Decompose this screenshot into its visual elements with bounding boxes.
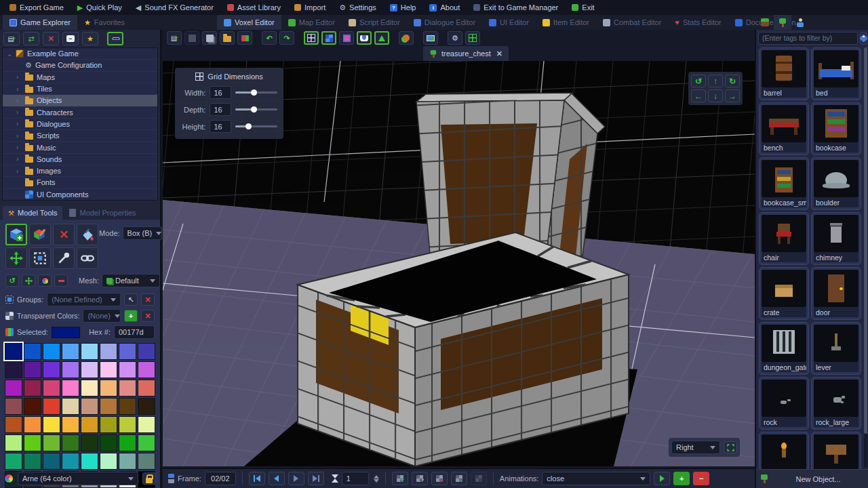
tree-item-ui-components[interactable]: UI Components: [3, 189, 157, 201]
palette-swatch-34[interactable]: [43, 416, 60, 433]
palette-swatch-54[interactable]: [119, 453, 136, 470]
palette-swatch-10[interactable]: [43, 361, 60, 378]
transparent-colors-dropdown[interactable]: (None): [83, 309, 121, 323]
palette-swatch-43[interactable]: [62, 434, 79, 451]
library-item-sconce[interactable]: sconce: [759, 432, 809, 469]
move-frame-button[interactable]: [471, 472, 487, 485]
tree-item-sounds[interactable]: ›Sounds: [3, 154, 157, 165]
delete-resource-button[interactable]: ✕: [43, 32, 59, 45]
palette-swatch-1[interactable]: [24, 343, 41, 360]
rotate-up-button[interactable]: ↑: [708, 75, 723, 87]
paint-tool-button[interactable]: [29, 224, 51, 245]
play-frames-button[interactable]: [288, 472, 304, 485]
tree-item-maps[interactable]: ›Maps: [3, 72, 157, 83]
tab-model-tools[interactable]: ⚒ Model Tools: [3, 206, 62, 220]
library-item-boulder[interactable]: boulder: [811, 157, 861, 210]
palette-swatch-17[interactable]: [24, 380, 41, 396]
select-tool-button[interactable]: [29, 247, 51, 269]
palette-swatch-20[interactable]: [81, 380, 98, 396]
menu-item-exit-to-game-manager[interactable]: Exit to Game Manager: [467, 0, 565, 15]
palette-swatch-26[interactable]: [43, 398, 60, 415]
link-mode-button[interactable]: ⊂⊃: [107, 32, 123, 45]
palette-swatch-55[interactable]: [138, 453, 155, 470]
palette-swatch-7[interactable]: [138, 343, 155, 360]
rotate-cw-button[interactable]: ↻: [725, 75, 740, 87]
menu-item-export-game[interactable]: Export Game: [3, 0, 71, 15]
viewport-settings-button[interactable]: ⚙: [448, 31, 462, 45]
library-item-barrel[interactable]: barrel: [759, 47, 809, 100]
palette-swatch-0[interactable]: [5, 343, 22, 360]
remove-frame-button[interactable]: −: [431, 472, 448, 485]
tree-item-dialogues[interactable]: ›Dialogues: [3, 119, 157, 130]
toggle-voxel-outline-button[interactable]: [321, 31, 336, 45]
last-frame-button[interactable]: [308, 472, 324, 485]
palette-swatch-18[interactable]: [43, 380, 60, 396]
center-view-button[interactable]: [724, 441, 737, 453]
editor-tab-voxel-editor[interactable]: Voxel Editor: [217, 15, 281, 30]
menu-item-import[interactable]: Import: [288, 0, 332, 15]
panel-tab-objects[interactable]: [774, 15, 791, 30]
tag-filter-button[interactable]: [860, 32, 867, 45]
collapse-all-button[interactable]: −: [62, 32, 79, 45]
library-item-door[interactable]: door: [811, 267, 861, 320]
menu-item-about[interactable]: iAbout: [422, 0, 467, 15]
editor-tab-dialogue-editor[interactable]: Dialogue Editor: [407, 15, 482, 30]
palette-swatch-12[interactable]: [81, 361, 98, 378]
dim-value-field[interactable]: 16: [210, 120, 231, 133]
palette-swatch-4[interactable]: [81, 343, 98, 360]
dim-value-field[interactable]: 16: [210, 103, 231, 116]
palette-swatch-53[interactable]: [100, 453, 117, 470]
menu-item-asset-library[interactable]: Asset Library: [220, 0, 288, 15]
editor-tab-stats-editor[interactable]: ♥Stats Editor: [668, 15, 728, 30]
previous-frame-button[interactable]: [269, 472, 285, 485]
add-animation-button[interactable]: +: [673, 472, 690, 485]
palette-swatch-28[interactable]: [81, 398, 98, 415]
palette-swatch-37[interactable]: [100, 416, 117, 433]
hex-value-field[interactable]: 00177d: [114, 325, 155, 339]
animation-dropdown[interactable]: close: [542, 472, 650, 485]
screenshot-button[interactable]: [423, 31, 438, 45]
library-scrollbar[interactable]: [864, 47, 867, 468]
palette-swatch-40[interactable]: [5, 434, 22, 451]
palette-swatch-22[interactable]: [119, 380, 136, 396]
editor-tab-ui-editor[interactable]: UI Editor: [482, 15, 536, 30]
palette-swatch-33[interactable]: [24, 416, 41, 433]
menu-item-sound-fx-generator[interactable]: ◀Sound FX Generator: [129, 0, 220, 15]
remove-mesh-button[interactable]: [54, 274, 68, 287]
first-frame-button[interactable]: [249, 472, 265, 485]
editor-tab-map-editor[interactable]: Map Editor: [281, 15, 342, 30]
palette-swatch-32[interactable]: [5, 416, 22, 433]
mirror-tool-button[interactable]: [77, 247, 98, 269]
frame-duration-field[interactable]: 1: [342, 472, 369, 485]
rotate-right-button[interactable]: →: [725, 89, 740, 102]
palette-swatch-21[interactable]: [100, 380, 117, 396]
palette-swatch-24[interactable]: [5, 398, 22, 415]
palette-swatch-52[interactable]: [81, 453, 98, 470]
rotate-left-button[interactable]: ←: [691, 89, 706, 102]
library-item-bookcase-sm[interactable]: bookcase_sm: [759, 157, 809, 210]
library-item-rock-large[interactable]: rock_large: [811, 377, 861, 430]
palette-swatch-13[interactable]: [100, 361, 117, 378]
rotate-ccw-button[interactable]: ↺: [691, 75, 706, 87]
highlight-frame-button[interactable]: •: [412, 472, 428, 485]
tab-model-properties[interactable]: Model Properties: [64, 206, 141, 220]
lock-palette-button[interactable]: [142, 472, 156, 485]
tag-filter-input[interactable]: [758, 32, 858, 45]
palette-swatch-6[interactable]: [119, 343, 136, 360]
menu-item-quick-play[interactable]: ▶Quick Play: [71, 0, 129, 15]
duplicate-frame-button[interactable]: →: [451, 472, 467, 485]
duration-spinner[interactable]: [374, 475, 379, 483]
select-group-button[interactable]: ↖: [124, 293, 138, 306]
fill-tool-button[interactable]: [77, 224, 98, 245]
import-reference-button[interactable]: [237, 31, 252, 45]
orbit-button[interactable]: [399, 31, 414, 45]
open-model-button[interactable]: [220, 31, 235, 45]
close-icon[interactable]: ✕: [496, 49, 502, 58]
palette-swatch-29[interactable]: [100, 398, 117, 415]
mode-dropdown[interactable]: Box (B): [123, 226, 162, 240]
selected-color-swatch[interactable]: [52, 327, 80, 338]
library-item-crate[interactable]: crate: [759, 267, 809, 320]
toggle-color-overlay-button[interactable]: [339, 31, 354, 45]
erase-tool-button[interactable]: ✕: [53, 224, 75, 245]
library-item-bench[interactable]: bench: [759, 102, 809, 155]
